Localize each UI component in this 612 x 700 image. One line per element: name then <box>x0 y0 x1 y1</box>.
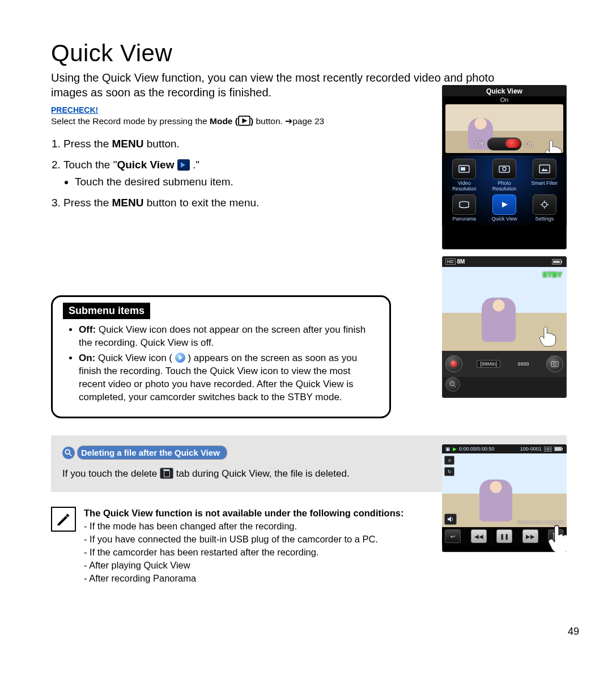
precheck-page-ref: ➔page 23 <box>285 116 324 126</box>
svg-point-20 <box>554 363 556 366</box>
submenu-on-label: On: <box>79 353 95 363</box>
record-dot-icon <box>450 360 457 367</box>
svg-marker-1 <box>242 118 247 124</box>
stby-indicator: STBY <box>542 270 562 279</box>
playback-topbar: ▣ ▶ 0:00:05/0:00:50 100-0001 HD <box>442 444 567 453</box>
toggle-off-label: Off <box>476 141 483 147</box>
mode-button-icon <box>238 116 250 126</box>
hd-badge-icon: HD <box>544 447 552 452</box>
playback-file: 100-0001 <box>520 446 542 452</box>
screen-playback: ▣ ▶ 0:00:05/0:00:50 100-0001 HD ⎚ ↻ JAN/… <box>442 444 567 552</box>
submenu-off-label: Off: <box>79 324 96 335</box>
photo-capture-button[interactable] <box>546 355 563 372</box>
step3-pre: Press the <box>63 197 112 209</box>
quick-view-toggle[interactable] <box>487 137 522 151</box>
svg-marker-10 <box>502 202 508 207</box>
note-pencil-icon <box>51 507 76 532</box>
menu-item-photo-resolution[interactable]: Photo Resolution <box>486 159 524 192</box>
zoom-row <box>442 377 567 395</box>
precheck-suffix: button. <box>256 116 285 126</box>
hand-pointer-icon <box>538 325 559 347</box>
battery-icon <box>554 447 563 451</box>
rewind-button[interactable]: ◀◀ <box>471 529 487 543</box>
menu-item-panorama[interactable]: Panorama <box>445 194 483 222</box>
zoom-button[interactable] <box>445 377 460 392</box>
svg-point-8 <box>503 167 506 171</box>
volume-button[interactable] <box>444 514 457 525</box>
step1-pre: Press the <box>63 138 112 150</box>
menu-label-4: Quick View <box>486 217 524 222</box>
playback-left-icons: ⎚ ↻ <box>444 456 454 476</box>
quick-view-icon <box>177 159 190 171</box>
step2-post: ." <box>190 159 199 171</box>
submenu-on-pre: Quick View icon ( <box>95 353 175 363</box>
tip-title: Deleting a file after the Quick View <box>77 446 227 460</box>
precheck-prefix: Select the Record mode by pressing the <box>51 116 210 126</box>
note-item-0: - If the mode has been changed after the… <box>84 521 297 531</box>
note-heading: The Quick View function is not available… <box>84 508 403 518</box>
precheck-paren-close: ) <box>250 116 253 126</box>
svg-rect-6 <box>461 167 465 171</box>
menu-label-0: Video Resolution <box>445 181 483 192</box>
svg-line-22 <box>454 385 456 387</box>
menu-grid: Video Resolution Photo Resolution Smart … <box>442 155 567 226</box>
svg-rect-24 <box>562 448 563 450</box>
intro-text: Using the Quick View function, you can v… <box>51 70 504 100</box>
battery-icon <box>552 259 563 265</box>
step-1: Press the MENU button. <box>63 137 381 152</box>
time-remaining: [99Min] <box>477 360 500 368</box>
menu-label-5: Settings <box>525 217 563 222</box>
play-circle-icon <box>175 353 185 363</box>
sd-icon: ▣ <box>445 446 450 452</box>
steps-list: Press the MENU button. Touch the "Quick … <box>51 137 381 210</box>
step-2: Touch the "Quick View ." Touch the desir… <box>63 158 381 190</box>
submenu-off: Off: Quick View icon does not appear on … <box>79 324 379 350</box>
note-item-3: - After playing Quick View <box>84 560 190 570</box>
svg-line-3 <box>70 453 72 456</box>
screen2-bottombar: [99Min] 9999 <box>442 351 567 377</box>
step3-post: button to exit the menu. <box>144 197 260 209</box>
svg-point-21 <box>450 382 454 386</box>
page-number: 49 <box>568 626 579 638</box>
svg-rect-25 <box>555 447 561 451</box>
screen1-state: On <box>442 96 567 103</box>
screen-menu: Quick View On Off On Video Resolution Ph… <box>442 85 567 249</box>
step1-bold: MENU <box>112 138 144 150</box>
step-3: Press the MENU button to exit the menu. <box>63 196 381 211</box>
playback-frame[interactable]: ⎚ ↻ JAN/01/2010 12:00 AM <box>442 453 567 527</box>
menu-item-quick-view[interactable]: Quick View <box>486 194 524 222</box>
back-button[interactable]: ↩ <box>445 529 461 543</box>
record-button[interactable] <box>445 355 462 372</box>
screen2-topbar: HD 8M <box>442 256 567 267</box>
submenu-off-text: Quick View icon does not appear on the s… <box>79 324 366 348</box>
child-subject <box>479 480 512 521</box>
tip-body-pre: If you touch the delete <box>62 468 160 479</box>
shots-remaining: 9999 <box>515 360 532 367</box>
svg-marker-26 <box>448 516 451 522</box>
step3-bold: MENU <box>112 197 144 209</box>
menu-item-video-resolution[interactable]: Video Resolution <box>445 159 483 192</box>
svg-rect-9 <box>539 165 550 173</box>
trash-icon <box>160 468 173 479</box>
child-subject <box>482 298 516 342</box>
page-title: Quick View <box>51 40 567 67</box>
pause-button[interactable]: ❚❚ <box>496 529 512 543</box>
step2-pre: Touch the " <box>63 159 117 171</box>
svg-rect-17 <box>561 261 562 263</box>
menu-item-smart-filter[interactable]: Smart Filter <box>525 159 563 192</box>
step1-post: button. <box>144 138 180 150</box>
menu-item-settings[interactable]: Settings <box>525 194 563 222</box>
svg-rect-19 <box>551 362 558 367</box>
precheck-mode-word: Mode <box>210 116 232 126</box>
sharpness-icon: ⎚ <box>444 456 454 465</box>
screen2-resolution: 8M <box>457 258 465 265</box>
step2-bold: Quick View <box>117 159 174 171</box>
svg-point-11 <box>542 202 547 207</box>
menu-label-3: Panorama <box>445 217 483 222</box>
viewfinder[interactable]: STBY <box>442 267 567 351</box>
screen1-preview: Off On <box>445 104 563 153</box>
forward-button[interactable]: ▶▶ <box>522 529 538 543</box>
play-indicator-icon: ▶ <box>453 446 457 452</box>
device-previews: Quick View On Off On Video Resolution Ph… <box>442 85 567 552</box>
menu-label-2: Smart Filter <box>525 181 563 186</box>
